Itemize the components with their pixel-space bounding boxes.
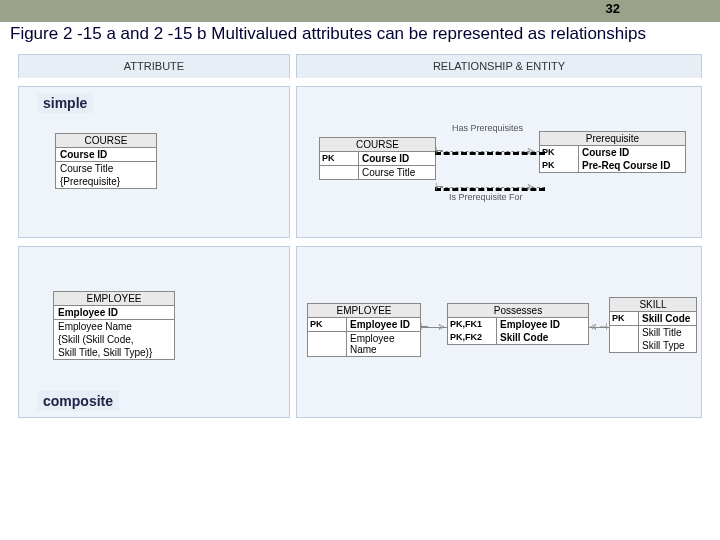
figure-caption: Figure 2 -15 a and 2 -15 b Multivalued a… <box>0 22 720 44</box>
composite-relationship-panel: EMPLOYEE PKEmployee ID Employee Name Pos… <box>296 246 702 418</box>
pk-cell: PK <box>610 312 639 325</box>
crowsfoot-icon: ⊢ <box>435 146 444 156</box>
simple-attribute-panel: simple COURSE Course ID Course Title {Pr… <box>18 86 290 238</box>
simple-row: simple COURSE Course ID Course Title {Pr… <box>0 82 720 242</box>
attr-row: Skill Type <box>639 339 696 352</box>
pk-cell: PK <box>540 159 579 172</box>
simple-label: simple <box>37 93 93 113</box>
has-prerequisites-label: Has Prerequisites <box>452 123 523 133</box>
attribute-header-panel: ATTRIBUTE <box>18 54 290 78</box>
crowsfoot-icon: ⊢ <box>420 322 429 332</box>
slide-topbar: 32 <box>0 0 720 22</box>
attr-row: Skill Title, Skill Type)} <box>54 346 174 359</box>
attr-row: Skill Title <box>639 326 696 339</box>
simple-relationship-panel: COURSE PKCourse ID Course Title Prerequi… <box>296 86 702 238</box>
attr-row: Employee ID <box>54 306 174 319</box>
entity-title: EMPLOYEE <box>308 304 420 318</box>
course-attribute-entity: COURSE Course ID Course Title {Prerequis… <box>55 133 157 189</box>
pk-cell: PK <box>308 318 347 331</box>
relationship-header-panel: RELATIONSHIP & ENTITY <box>296 54 702 78</box>
entity-title: SKILL <box>610 298 696 312</box>
header-row: ATTRIBUTE RELATIONSHIP & ENTITY <box>0 50 720 82</box>
course-entity: COURSE PKCourse ID Course Title <box>319 137 436 180</box>
crowsfoot-icon: ⊣ <box>599 322 608 332</box>
composite-row: EMPLOYEE Employee ID Employee Name {Skil… <box>0 242 720 422</box>
attr-row: Skill Code <box>639 312 696 325</box>
skill-entity: SKILL PKSkill Code Skill Title Skill Typ… <box>609 297 697 353</box>
entity-title: COURSE <box>56 134 156 148</box>
crowsfoot-icon: ⪢ <box>526 182 536 192</box>
attr-row: Course Title <box>56 162 156 175</box>
pk-cell <box>308 332 347 356</box>
crowsfoot-icon: ⪡ <box>588 322 598 332</box>
composite-attribute-panel: EMPLOYEE Employee ID Employee Name {Skil… <box>18 246 290 418</box>
composite-label: composite <box>37 391 119 411</box>
is-prerequisite-for-label: Is Prerequisite For <box>449 192 523 202</box>
pk-cell: PK,FK1 <box>448 318 497 331</box>
attr-row: Employee ID <box>497 318 588 331</box>
possesses-entity: Possesses PK,FK1Employee ID PK,FK2Skill … <box>447 303 589 345</box>
attr-row: {Prerequisite} <box>56 175 156 188</box>
pk-cell <box>610 339 639 352</box>
attr-row: Employee Name <box>347 332 420 356</box>
attr-row: Employee Name <box>54 320 174 333</box>
pk-cell <box>610 326 639 339</box>
crowsfoot-icon: ⪢ <box>526 146 536 156</box>
attr-row: Employee ID <box>347 318 420 331</box>
entity-title: COURSE <box>320 138 435 152</box>
pk-cell: PK,FK2 <box>448 331 497 344</box>
entity-title: Prerequisite <box>540 132 685 146</box>
attribute-header: ATTRIBUTE <box>19 55 289 79</box>
prerequisite-entity: Prerequisite PKCourse ID PKPre-Req Cours… <box>539 131 686 173</box>
slide-number: 32 <box>606 1 620 16</box>
attr-row: Pre-Req Course ID <box>579 159 685 172</box>
pk-cell: PK <box>540 146 579 159</box>
employee-entity: EMPLOYEE PKEmployee ID Employee Name <box>307 303 421 357</box>
pk-cell <box>320 166 359 179</box>
attr-row: Course Title <box>359 166 435 179</box>
employee-attribute-entity: EMPLOYEE Employee ID Employee Name {Skil… <box>53 291 175 360</box>
crowsfoot-icon: ⪢ <box>437 322 447 332</box>
relationship-header: RELATIONSHIP & ENTITY <box>297 55 701 79</box>
attr-row: Course ID <box>56 148 156 161</box>
attr-row: Course ID <box>579 146 685 159</box>
attr-row: Course ID <box>359 152 435 165</box>
entity-title: Possesses <box>448 304 588 318</box>
pk-cell: PK <box>320 152 359 165</box>
crowsfoot-icon: ⊢ <box>435 182 444 192</box>
attr-row: Skill Code <box>497 331 588 344</box>
attr-row: {Skill (Skill Code, <box>54 333 174 346</box>
entity-title: EMPLOYEE <box>54 292 174 306</box>
